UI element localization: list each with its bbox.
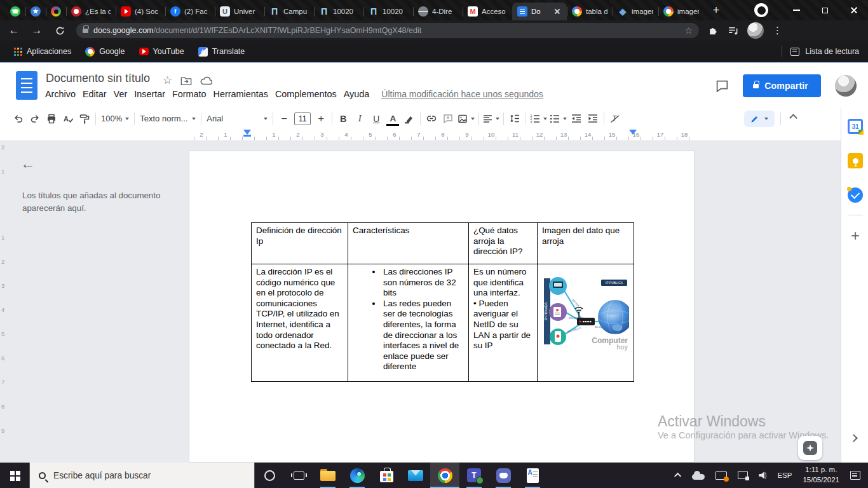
italic-button[interactable]: I bbox=[351, 111, 368, 127]
reading-list-button[interactable]: Lista de lectura bbox=[782, 46, 859, 57]
tasks-button[interactable] bbox=[847, 187, 864, 203]
menu-ver[interactable]: Ver bbox=[114, 89, 128, 99]
mail-button[interactable] bbox=[401, 463, 430, 488]
tab-gmail[interactable]: MAcceso bbox=[463, 3, 512, 20]
start-button[interactable] bbox=[0, 463, 29, 488]
bold-button[interactable]: B bbox=[335, 111, 351, 127]
chrome-button[interactable] bbox=[430, 463, 459, 488]
header-caracteristicas[interactable]: Características bbox=[348, 223, 469, 264]
action-center-icon[interactable] bbox=[850, 471, 860, 480]
wordpad-button[interactable] bbox=[518, 463, 547, 488]
edge-button[interactable] bbox=[342, 463, 372, 488]
decrease-font-size-button[interactable]: − bbox=[276, 111, 292, 127]
clock[interactable]: 1:11 p. m. 15/05/2021 bbox=[803, 465, 839, 485]
wireless-display-icon[interactable] bbox=[715, 471, 727, 480]
editing-mode-button[interactable] bbox=[744, 111, 775, 127]
store-button[interactable] bbox=[372, 463, 401, 488]
tab-youtube[interactable]: (4) Soc bbox=[116, 3, 165, 20]
tab-course-2[interactable]: Π10020 bbox=[363, 3, 413, 20]
print-button[interactable] bbox=[43, 111, 60, 127]
back-button[interactable]: ← bbox=[5, 22, 23, 39]
tab-docs-active[interactable]: Do bbox=[512, 3, 567, 20]
tab-starred[interactable]: ★ bbox=[25, 3, 46, 20]
tab-campus[interactable]: ΠCampu bbox=[264, 3, 314, 20]
increase-font-size-button[interactable]: + bbox=[313, 111, 329, 127]
last-modified-status[interactable]: Última modificación hace unos segundos bbox=[381, 89, 543, 99]
browser-avatar[interactable] bbox=[747, 22, 764, 39]
bookmark-translate[interactable]: ATranslate bbox=[198, 47, 245, 57]
account-avatar[interactable] bbox=[835, 75, 857, 97]
header-definicion[interactable]: Definición de dirección Ip bbox=[252, 223, 348, 264]
cell-caracteristicas[interactable]: Las direcciones IP son números de 32 bit… bbox=[348, 264, 469, 382]
collapse-toolbar-icon[interactable] bbox=[789, 114, 797, 122]
media-list-icon[interactable] bbox=[728, 25, 738, 36]
collapse-panel-icon[interactable] bbox=[850, 434, 858, 442]
paint-format-button[interactable] bbox=[76, 111, 93, 127]
paragraph-style-select[interactable]: Texto norm... bbox=[137, 111, 198, 127]
share-button[interactable]: Compartir bbox=[743, 74, 821, 97]
header-datos[interactable]: ¿Qué datos arroja la dirección IP? bbox=[469, 223, 538, 264]
extensions-icon[interactable] bbox=[708, 25, 719, 36]
zoom-select[interactable]: 100% bbox=[98, 111, 132, 127]
left-indent-marker[interactable] bbox=[243, 130, 251, 135]
line-spacing-button[interactable] bbox=[506, 111, 523, 127]
cortana-button[interactable] bbox=[255, 463, 284, 488]
document-title[interactable]: Documento sin título bbox=[46, 72, 150, 85]
redo-button[interactable] bbox=[27, 111, 43, 127]
spellcheck-button[interactable]: A bbox=[60, 111, 76, 127]
minimize-button[interactable] bbox=[782, 0, 811, 20]
tab-course-1[interactable]: Π10020 bbox=[314, 3, 363, 20]
tab-es-la[interactable]: ¿Es la c bbox=[66, 3, 116, 20]
cell-imagen[interactable]: IP PRIVADA 192.168.1.2 192.168.1.3 192.1… bbox=[538, 264, 634, 382]
text-color-button[interactable]: A bbox=[384, 111, 401, 127]
tab-imagen-2[interactable]: imagen bbox=[658, 3, 704, 20]
explore-button[interactable] bbox=[798, 436, 822, 460]
teams-button[interactable]: T bbox=[459, 463, 489, 488]
bookmark-star-icon[interactable]: ☆ bbox=[684, 25, 693, 36]
numbered-list-button[interactable]: 123 bbox=[529, 111, 548, 127]
file-explorer-button[interactable] bbox=[313, 463, 342, 488]
language-indicator[interactable]: ESP bbox=[777, 471, 792, 479]
left-margin-marker[interactable] bbox=[243, 135, 251, 137]
address-bar[interactable]: docs.google.com/document/d/1WfFZEsDArLcX… bbox=[76, 23, 699, 38]
menu-complementos[interactable]: Complementos bbox=[275, 89, 337, 99]
forward-button[interactable]: → bbox=[28, 22, 46, 39]
comments-icon[interactable] bbox=[715, 80, 729, 92]
new-tab-button[interactable]: + bbox=[708, 2, 724, 18]
document-page[interactable]: Definición de dirección Ip Característic… bbox=[189, 151, 695, 463]
horizontal-ruler[interactable]: 21123456789101112131415161718 bbox=[0, 129, 841, 141]
bookmark-youtube[interactable]: YouTube bbox=[139, 47, 184, 56]
menu-editar[interactable]: Editar bbox=[83, 89, 107, 99]
close-button[interactable] bbox=[839, 0, 868, 20]
tab-close-icon[interactable] bbox=[553, 7, 562, 16]
font-select[interactable]: Arial bbox=[204, 111, 270, 127]
close-outline-button[interactable]: ← bbox=[20, 155, 35, 172]
decrease-indent-button[interactable] bbox=[568, 111, 585, 127]
header-imagen[interactable]: Imagen del dato que arroja bbox=[538, 223, 634, 264]
right-indent-marker[interactable] bbox=[629, 130, 637, 135]
undo-button[interactable] bbox=[10, 111, 27, 127]
calendar-button[interactable]: 31 bbox=[847, 118, 864, 135]
tab-whatsapp[interactable]: ☎ bbox=[5, 3, 25, 20]
insert-image-button[interactable] bbox=[456, 111, 476, 127]
menu-insertar[interactable]: Insertar bbox=[134, 89, 165, 99]
browser-profile-icon[interactable] bbox=[754, 3, 768, 17]
onedrive-icon[interactable] bbox=[692, 474, 705, 480]
bookmark-google[interactable]: Google bbox=[85, 47, 125, 57]
align-button[interactable] bbox=[482, 111, 501, 127]
tab-university[interactable]: UUniver bbox=[215, 3, 264, 20]
tab-colorful[interactable] bbox=[46, 3, 66, 20]
volume-icon[interactable] bbox=[759, 471, 766, 480]
insert-link-button[interactable] bbox=[423, 111, 440, 127]
docs-app-icon[interactable] bbox=[16, 71, 37, 100]
reload-button[interactable] bbox=[51, 22, 69, 39]
menu-archivo[interactable]: Archivo bbox=[45, 89, 76, 99]
get-addons-button[interactable]: + bbox=[847, 227, 864, 244]
add-comment-button[interactable] bbox=[440, 111, 456, 127]
menu-herramientas[interactable]: Herramientas bbox=[214, 89, 268, 99]
font-size-field[interactable]: 11 bbox=[294, 112, 311, 125]
network-icon[interactable] bbox=[738, 471, 748, 479]
tab-facebook[interactable]: f(2) Fac bbox=[165, 3, 215, 20]
menu-ayuda[interactable]: Ayuda bbox=[344, 89, 370, 99]
move-folder-icon[interactable] bbox=[180, 76, 192, 86]
